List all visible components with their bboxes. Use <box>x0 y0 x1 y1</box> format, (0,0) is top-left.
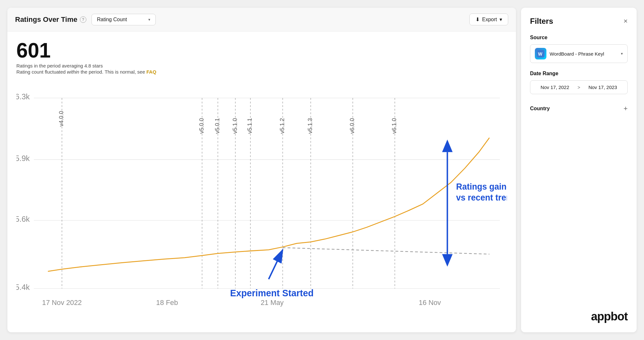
app-name-text: WordBoard - Phrase Keyl <box>550 51 618 57</box>
help-icon[interactable]: ? <box>80 16 86 23</box>
stat-note-italic: within <box>67 69 79 75</box>
app-icon: W <box>535 48 546 59</box>
svg-text:v6.1.0: v6.1.0 <box>391 118 397 134</box>
svg-text:6.3k: 6.3k <box>16 93 30 101</box>
stat-note-prefix: Rating count fluctuated <box>16 69 67 75</box>
svg-text:5.4k: 5.4k <box>16 283 30 291</box>
date-range-label: Date Range <box>530 71 628 76</box>
chart-title-group: Ratings Over Time ? <box>15 15 86 24</box>
chart-svg: 6.3k 5.9k 5.6k 5.4k v4.0.0 v5.0.0 <box>16 82 507 326</box>
svg-text:5.6k: 5.6k <box>16 215 30 224</box>
svg-text:vs recent trend: vs recent trend <box>456 193 507 202</box>
app-logo-icon: W <box>537 50 544 58</box>
main-chart-card: Ratings Over Time ? Rating Count ▾ ⬇ Exp… <box>7 8 516 332</box>
stat-desc2: Rating count fluctuated within the perio… <box>16 69 507 75</box>
stat-note-suffix: the period. This is normal, see <box>79 69 146 75</box>
svg-text:v5.1.0: v5.1.0 <box>232 118 238 134</box>
metric-dropdown[interactable]: Rating Count ▾ <box>91 14 156 25</box>
svg-marker-29 <box>442 254 453 267</box>
svg-text:Ratings gained: Ratings gained <box>456 182 507 192</box>
date-range-section: Date Range Nov 17, 2022 > Nov 17, 2023 <box>530 71 628 94</box>
source-label: Source <box>530 35 628 40</box>
source-chevron-icon: ▾ <box>621 51 623 56</box>
svg-text:16 Nov: 16 Nov <box>419 299 441 307</box>
chart-area: 6.3k 5.9k 5.6k 5.4k v4.0.0 v5.0.0 <box>16 82 507 326</box>
chevron-down-icon: ▾ <box>148 17 150 22</box>
filters-sidebar: Filters × Source W WordBoard - Phrase Ke… <box>521 8 637 332</box>
filters-header: Filters × <box>530 17 628 26</box>
close-button[interactable]: × <box>623 17 628 25</box>
filters-title: Filters <box>530 17 553 26</box>
export-chevron-icon: ▾ <box>500 16 502 22</box>
card-header: Ratings Over Time ? Rating Count ▾ ⬇ Exp… <box>7 8 516 31</box>
svg-marker-28 <box>442 140 453 152</box>
source-selector[interactable]: W WordBoard - Phrase Keyl ▾ <box>530 44 628 63</box>
svg-text:18 Feb: 18 Feb <box>156 299 178 307</box>
svg-text:Experiment Started: Experiment Started <box>230 288 314 298</box>
appbot-logo: appbot <box>530 303 628 323</box>
date-to: Nov 17, 2023 <box>583 85 623 90</box>
svg-line-30 <box>269 250 283 279</box>
chart-title-text: Ratings Over Time <box>15 15 77 24</box>
stat-desc1: Ratings in the period averaging 4.8 star… <box>16 63 507 68</box>
svg-text:5.9k: 5.9k <box>16 154 30 163</box>
svg-line-26 <box>283 248 489 254</box>
date-separator: > <box>578 85 580 90</box>
svg-text:W: W <box>538 51 543 57</box>
svg-text:v5.1.2: v5.1.2 <box>279 118 285 134</box>
export-label: Export <box>482 17 497 22</box>
svg-text:21 May: 21 May <box>261 299 284 307</box>
svg-text:17 Nov 2022: 17 Nov 2022 <box>42 299 82 307</box>
svg-text:v4.0.0: v4.0.0 <box>58 111 65 127</box>
svg-text:v5.0.1: v5.0.1 <box>214 118 221 134</box>
svg-text:v5.1.1: v5.1.1 <box>247 118 253 134</box>
card-body: 601 Ratings in the period averaging 4.8 … <box>7 31 516 332</box>
svg-text:v6.0.0: v6.0.0 <box>349 118 355 134</box>
country-label: Country <box>530 106 550 112</box>
date-range-selector[interactable]: Nov 17, 2022 > Nov 17, 2023 <box>530 80 628 94</box>
date-from: Nov 17, 2022 <box>535 85 575 90</box>
svg-text:v5.1.3: v5.1.3 <box>307 118 313 134</box>
add-country-button[interactable]: + <box>623 104 628 113</box>
country-section: Country + <box>530 102 628 115</box>
faq-link[interactable]: FAQ <box>146 69 156 75</box>
export-download-icon: ⬇ <box>475 16 480 22</box>
metric-dropdown-label: Rating Count <box>97 17 127 22</box>
export-button[interactable]: ⬇ Export ▾ <box>469 13 508 25</box>
svg-text:v5.0.0: v5.0.0 <box>198 118 205 134</box>
stat-count: 601 <box>16 39 507 62</box>
